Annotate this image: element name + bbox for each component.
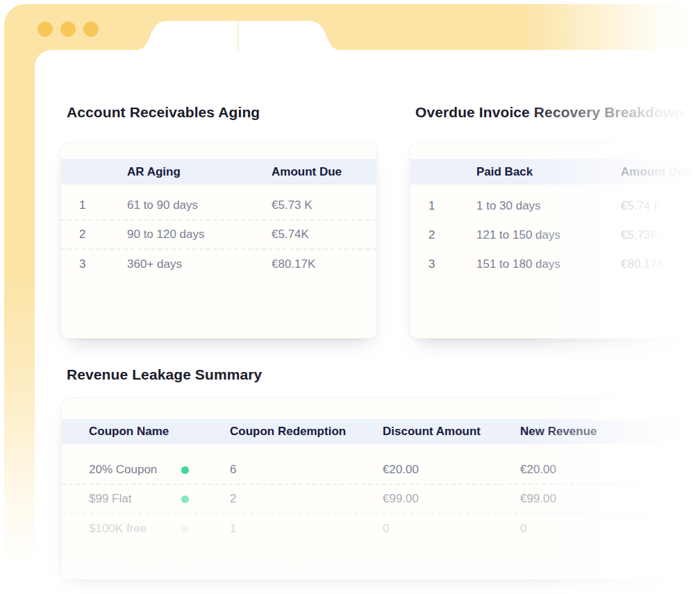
column-header: New Revenue (520, 425, 700, 439)
table-row: 1 1 to 30 days €5.74 K (410, 192, 700, 221)
discount-amount: €99.00 (383, 492, 520, 506)
table-header-row: Coupon Name Coupon Redemption Discount A… (62, 419, 700, 444)
coupon-name: 20% Coupon (62, 463, 181, 477)
row-index: 2 (61, 228, 127, 241)
page-title: Revenue Leakage Summary (67, 366, 262, 383)
row-label: 360+ days (127, 257, 272, 271)
skeleton-row (410, 287, 700, 303)
app-window: Account Receivables Aging Overdue Invoic… (0, 0, 700, 594)
page-title: Account Receivables Aging (67, 104, 260, 121)
row-label: 1 to 30 days (476, 199, 621, 213)
column-header: Amount Due (272, 165, 376, 179)
row-index: 3 (61, 257, 127, 271)
table-card-ar-aging: AR Aging Amount Due 1 61 to 90 days €5.7… (60, 142, 377, 339)
table-header-row: Paid Back Amount Due (410, 159, 700, 185)
row-index: 1 (61, 198, 127, 212)
new-revenue: 0 (520, 522, 700, 536)
row-value: €80.17K (621, 257, 700, 271)
row-value: €5,73K (621, 228, 700, 242)
skeleton-row (61, 287, 376, 303)
table-row: $99 Flat 2 €99.00 €99.00 (62, 485, 700, 514)
row-label: 121 to 150 days (476, 228, 621, 242)
status-dot-icon (181, 525, 189, 533)
row-value: €80.17K (272, 257, 376, 271)
column-header: AR Aging (127, 165, 272, 179)
browser-tab[interactable] (136, 21, 340, 50)
table-header-row: AR Aging Amount Due (61, 159, 376, 185)
discount-amount: €20.00 (383, 463, 520, 477)
column-header: Coupon Redemption (230, 425, 383, 439)
new-revenue: €99.00 (520, 492, 700, 506)
window-dot-icon[interactable] (60, 22, 76, 37)
table-card-revenue-leakage: Coupon Name Coupon Redemption Discount A… (61, 398, 700, 579)
status-dot-icon (181, 495, 189, 503)
status-dot-icon (181, 466, 189, 474)
coupon-redemption: 1 (230, 522, 383, 536)
row-label: 151 to 180 days (476, 257, 621, 271)
table-row: 3 360+ days €80.17K (61, 250, 376, 279)
new-revenue: €20.00 (520, 463, 700, 477)
coupon-redemption: 2 (230, 492, 383, 506)
table-card-overdue-recovery: Paid Back Amount Due 1 1 to 30 days €5.7… (410, 142, 700, 339)
coupon-redemption: 6 (230, 463, 383, 477)
discount-amount: 0 (383, 522, 520, 536)
column-header: Discount Amount (383, 425, 520, 439)
table-row: 2 90 to 120 days €5.74K (61, 221, 376, 250)
row-value: €5.73 K (272, 198, 376, 212)
window-dot-icon[interactable] (38, 22, 53, 37)
page-title: Overdue Invoice Recovery Breakdown (415, 104, 683, 121)
coupon-name: $99 Flat (62, 492, 181, 506)
row-index: 3 (410, 257, 476, 271)
row-index: 1 (410, 199, 476, 213)
row-label: 61 to 90 days (127, 198, 272, 212)
coupon-name: $100K free (62, 522, 181, 536)
window-dot-icon[interactable] (83, 22, 99, 37)
table-row: 20% Coupon 6 €20.00 €20.00 (62, 456, 700, 485)
column-header: Paid Back (476, 165, 621, 179)
row-value: €5.74K (272, 228, 376, 241)
skeleton-row (410, 303, 700, 320)
skeleton-row (61, 303, 376, 320)
table-row: 1 61 to 90 days €5.73 K (61, 192, 376, 221)
table-row: 2 121 to 150 days €5,73K (410, 221, 700, 250)
row-index: 2 (410, 228, 476, 242)
table-row: 3 151 to 180 days €80.17K (410, 250, 700, 279)
row-value: €5.74 K (621, 199, 700, 213)
row-label: 90 to 120 days (127, 228, 272, 241)
column-header: Coupon Name (62, 425, 181, 439)
table-row: $100K free 1 0 0 (62, 514, 700, 543)
window-controls (38, 22, 99, 37)
column-header: Amount Due (621, 165, 700, 179)
